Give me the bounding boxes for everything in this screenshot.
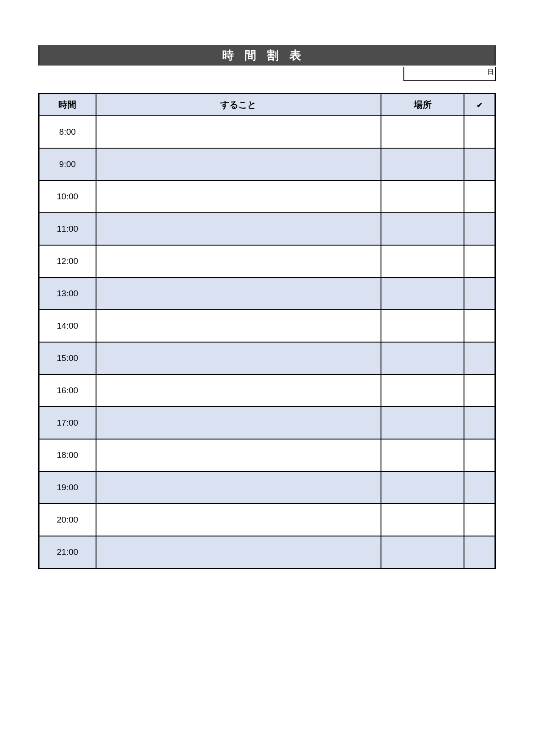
cell-time: 18:00 [39,439,96,471]
table-row: 8:00 [39,116,495,148]
table-row: 10:00 [39,180,495,213]
cell-time: 17:00 [39,407,96,439]
date-row: 日 [38,67,496,81]
table-row: 19:00 [39,471,495,504]
cell-check[interactable] [464,180,495,213]
cell-check[interactable] [464,536,495,568]
cell-time: 13:00 [39,277,96,310]
cell-check[interactable] [464,277,495,310]
cell-time: 8:00 [39,116,96,148]
cell-place[interactable] [381,213,464,245]
table-row: 15:00 [39,342,495,374]
cell-task[interactable] [96,310,381,342]
cell-place[interactable] [381,180,464,213]
cell-check[interactable] [464,471,495,504]
table-row: 16:00 [39,374,495,407]
table-row: 14:00 [39,310,495,342]
cell-time: 10:00 [39,180,96,213]
cell-check[interactable] [464,116,495,148]
cell-check[interactable] [464,407,495,439]
schedule-table: 時間 すること 場所 ✔ 8:009:0010:0011:0012:0013:0… [38,93,496,569]
table-row: 17:00 [39,407,495,439]
cell-place[interactable] [381,277,464,310]
cell-task[interactable] [96,439,381,471]
cell-place[interactable] [381,471,464,504]
header-check: ✔ [464,94,495,116]
cell-task[interactable] [96,374,381,407]
table-header-row: 時間 すること 場所 ✔ [39,94,495,116]
date-suffix: 日 [487,68,494,76]
header-place: 場所 [381,94,464,116]
table-row: 11:00 [39,213,495,245]
cell-check[interactable] [464,504,495,536]
cell-check[interactable] [464,310,495,342]
cell-time: 16:00 [39,374,96,407]
cell-time: 21:00 [39,536,96,568]
check-icon: ✔ [477,101,482,109]
cell-check[interactable] [464,439,495,471]
cell-check[interactable] [464,342,495,374]
cell-time: 9:00 [39,148,96,180]
cell-place[interactable] [381,310,464,342]
cell-task[interactable] [96,148,381,180]
cell-place[interactable] [381,439,464,471]
cell-check[interactable] [464,245,495,277]
cell-place[interactable] [381,374,464,407]
table-row: 9:00 [39,148,495,180]
cell-task[interactable] [96,536,381,568]
cell-task[interactable] [96,407,381,439]
cell-task[interactable] [96,213,381,245]
cell-time: 20:00 [39,504,96,536]
cell-time: 19:00 [39,471,96,504]
cell-task[interactable] [96,504,381,536]
cell-time: 15:00 [39,342,96,374]
cell-check[interactable] [464,374,495,407]
table-row: 20:00 [39,504,495,536]
cell-task[interactable] [96,180,381,213]
cell-place[interactable] [381,245,464,277]
table-row: 21:00 [39,536,495,568]
cell-task[interactable] [96,471,381,504]
cell-place[interactable] [381,536,464,568]
cell-time: 12:00 [39,245,96,277]
table-row: 12:00 [39,245,495,277]
date-field[interactable]: 日 [403,67,496,81]
header-task: すること [96,94,381,116]
page-title: 時間割表 [38,45,496,66]
cell-place[interactable] [381,407,464,439]
cell-task[interactable] [96,116,381,148]
cell-time: 11:00 [39,213,96,245]
cell-place[interactable] [381,116,464,148]
cell-place[interactable] [381,342,464,374]
table-row: 18:00 [39,439,495,471]
cell-place[interactable] [381,504,464,536]
cell-task[interactable] [96,277,381,310]
cell-check[interactable] [464,213,495,245]
cell-task[interactable] [96,245,381,277]
cell-task[interactable] [96,342,381,374]
table-row: 13:00 [39,277,495,310]
header-time: 時間 [39,94,96,116]
cell-place[interactable] [381,148,464,180]
cell-check[interactable] [464,148,495,180]
cell-time: 14:00 [39,310,96,342]
